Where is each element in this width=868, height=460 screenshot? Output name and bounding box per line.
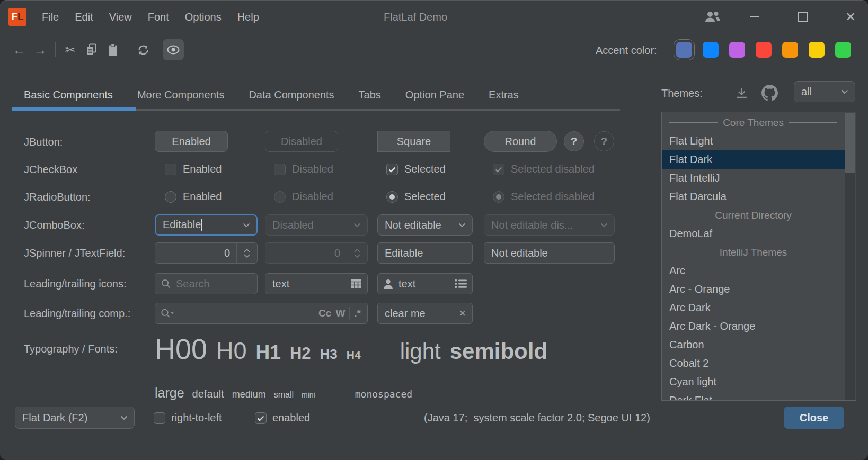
enabled-button[interactable]: Enabled [155, 131, 228, 152]
theme-item-flat-light[interactable]: Flat Light [662, 132, 845, 150]
app-window: FL File Edit View Font Options Help Flat… [0, 0, 868, 460]
radio-enabled[interactable] [165, 191, 176, 203]
minimize-button[interactable] [745, 6, 765, 28]
match-case-button[interactable]: Cc [316, 308, 333, 319]
combobox-editable-value[interactable]: Editable [156, 219, 236, 232]
chevron-down-icon [114, 407, 134, 428]
theme-item-arc-orange[interactable]: Arc - Orange [662, 280, 845, 299]
back-button[interactable]: ← [8, 39, 30, 60]
paste-button[interactable] [102, 39, 123, 60]
theme-item-cobalt-2[interactable]: Cobalt 2 [662, 354, 845, 373]
right-to-left-checkbox[interactable] [154, 412, 165, 424]
radio-selected-disabled-label: Selected disabled [511, 191, 595, 203]
square-button[interactable]: Square [377, 131, 450, 152]
search-field[interactable]: Search [155, 273, 258, 294]
close-button[interactable]: Close [784, 407, 844, 429]
show-hidden-toggle[interactable] [163, 39, 184, 60]
maximize-button[interactable] [793, 6, 813, 28]
menu-font[interactable]: Font [140, 0, 177, 34]
textfield-editable[interactable]: Editable [377, 242, 473, 264]
checkbox-enabled[interactable] [165, 164, 176, 175]
h4-sample: H4 [347, 349, 361, 362]
accent-swatch-blue[interactable] [703, 42, 719, 58]
spinner-value[interactable]: 0 [155, 247, 236, 259]
combobox-disabled: Disabled [265, 214, 368, 236]
menu-file[interactable]: File [34, 0, 67, 34]
menu-options[interactable]: Options [177, 0, 229, 34]
laf-combo[interactable]: Flat Dark (F2) [15, 407, 135, 429]
theme-item-flat-dark[interactable]: Flat Dark [662, 150, 845, 169]
scrollbar-thumb[interactable] [845, 113, 855, 173]
leading-trailing-comp-label: Leading/trailing comp.: [24, 308, 130, 320]
chevron-down-icon [835, 82, 855, 102]
accent-swatch-green[interactable] [835, 42, 851, 58]
tab-option-pane[interactable]: Option Pane [393, 79, 476, 110]
accent-color-label: Accent color: [596, 44, 657, 57]
tab-tabs[interactable]: Tabs [347, 79, 393, 110]
spinner-arrows[interactable] [236, 243, 257, 263]
text-field-person-list[interactable]: text [377, 273, 473, 294]
theme-list-scrollbar[interactable] [845, 113, 855, 400]
theme-item-cyan-light[interactable]: Cyan light [662, 373, 845, 391]
checkbox-enabled-label: Enabled [183, 163, 222, 175]
search-field-with-buttons[interactable]: Cc W .* [155, 303, 368, 324]
theme-item-arc[interactable]: Arc [662, 261, 845, 280]
jspinner-row-label: JSpinner / JTextField: [24, 247, 125, 259]
main-tabbar: Basic Components More Components Data Co… [12, 79, 531, 110]
theme-item-flat-darcula[interactable]: Flat Darcula [662, 187, 845, 206]
chevron-down-icon[interactable] [236, 215, 256, 234]
clearable-text-field[interactable]: clear me × [377, 303, 473, 324]
whole-words-button[interactable]: W [333, 308, 347, 319]
forward-button[interactable]: → [30, 39, 51, 60]
users-icon[interactable] [702, 6, 722, 28]
status-text: (Java 17; system scale factor 2.0; Segoe… [424, 412, 650, 424]
search-dropdown-icon[interactable] [155, 308, 175, 319]
leading-trailing-icons-label: Leading/trailing icons: [24, 278, 126, 290]
regex-button[interactable]: .* [352, 308, 367, 319]
github-link[interactable] [761, 85, 778, 103]
theme-item-demolaf[interactable]: DemoLaf [662, 224, 845, 243]
themes-filter-combo[interactable]: all [794, 81, 855, 102]
accent-swatch-purple[interactable] [729, 42, 745, 58]
jbutton-row-label: JButton: [24, 136, 63, 148]
copy-button[interactable] [81, 39, 102, 60]
close-window-button[interactable]: ✕ [840, 6, 861, 28]
theme-item-arc-dark-orange[interactable]: Arc Dark - Orange [662, 317, 845, 336]
combobox-not-editable[interactable]: Not editable [377, 214, 473, 236]
round-button[interactable]: Round [484, 131, 557, 152]
chevron-down-icon [347, 215, 367, 235]
menu-edit[interactable]: Edit [67, 0, 101, 34]
enabled-checkbox[interactable] [255, 412, 267, 424]
combobox-editable[interactable]: Editable [155, 214, 258, 236]
clear-icon[interactable]: × [453, 306, 472, 320]
radio-selected[interactable] [386, 191, 398, 203]
help-button[interactable]: ? [564, 131, 584, 151]
active-tab-underline [12, 107, 136, 111]
theme-item-carbon[interactable]: Carbon [662, 336, 845, 354]
accent-swatch-default[interactable] [676, 42, 692, 58]
tab-more-components[interactable]: More Components [125, 79, 237, 110]
cut-button[interactable]: ✂ [60, 39, 81, 60]
tab-extras[interactable]: Extras [476, 79, 531, 110]
menu-view[interactable]: View [101, 0, 140, 34]
menu-help[interactable]: Help [229, 0, 267, 34]
help-button-plain[interactable]: ? [594, 131, 614, 151]
tab-data-components[interactable]: Data Components [236, 79, 346, 110]
toolbar-separator [158, 42, 158, 57]
spinner-enabled[interactable]: 0 [155, 242, 258, 264]
theme-item-arc-dark[interactable]: Arc Dark [662, 299, 845, 317]
typography-row-label: Typography / Fonts: [24, 343, 118, 355]
theme-item-flat-intellij[interactable]: Flat IntelliJ [662, 169, 845, 187]
accent-swatch-yellow[interactable] [809, 42, 825, 58]
text-field-table-icon[interactable]: text [265, 273, 368, 294]
accent-swatch-orange[interactable] [782, 42, 798, 58]
theme-item-dark-flat[interactable]: Dark Flat [662, 391, 845, 401]
mini-sample: mini [302, 391, 315, 399]
monospaced-sample: monospaced [355, 389, 412, 400]
checkbox-selected[interactable] [386, 164, 398, 175]
download-themes-button[interactable] [734, 86, 749, 103]
copy-icon [86, 43, 98, 56]
tab-basic-components[interactable]: Basic Components [12, 79, 125, 110]
accent-swatch-red[interactable] [756, 42, 772, 58]
refresh-button[interactable] [132, 39, 154, 60]
